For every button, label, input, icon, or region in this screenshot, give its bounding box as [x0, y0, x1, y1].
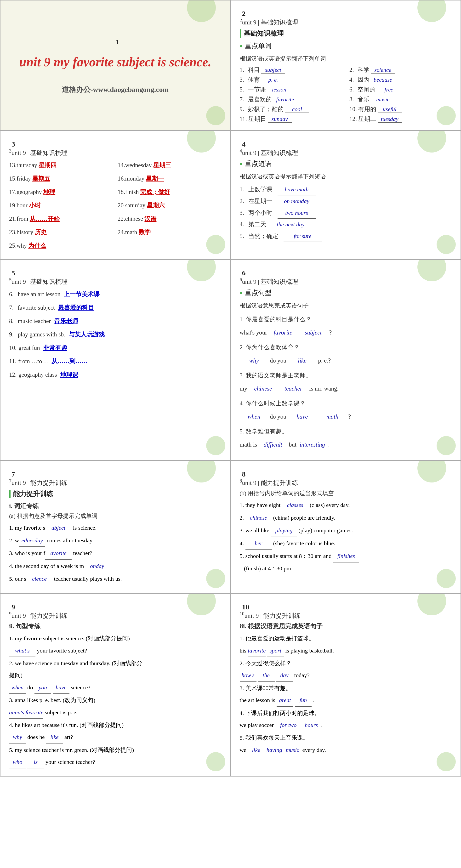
- c7-bar-line: [9, 490, 10, 498]
- list-item: 2.在星期一 on monday: [240, 195, 452, 207]
- c7-unit-header: 7unit 9 | 能力提升训练: [9, 478, 221, 487]
- cell-9-number: 9: [11, 603, 15, 611]
- list-item: 8.music teacher音乐老师: [9, 315, 221, 327]
- list-item: 6.空闲的free: [349, 86, 452, 93]
- c5-vocab-grid: 6.have an art lesson上一节美术课 7.favorite su…: [9, 288, 221, 381]
- c7-subsection: i. 词汇专练: [9, 502, 221, 510]
- website-label: 道格办公-www.daogebangong.com: [62, 85, 169, 95]
- c2-vocab-grid: 1.科目subject 2.科学science 3.体育p. e. 4.因为be…: [240, 66, 452, 123]
- cell-4-number: 4: [242, 140, 246, 148]
- cell-5: 5 5unit 9 | 基础知识梳理 6.have an art lesson上…: [0, 259, 230, 461]
- cell-1-number: 1: [116, 38, 120, 46]
- c7-green-bar: 能力提升训练: [9, 490, 221, 499]
- list-item: 24.math数学: [118, 226, 221, 238]
- list-item: 5. my science teacher is mr. green. (对画线…: [9, 744, 221, 768]
- list-item: 4.第二天 the next day: [240, 219, 452, 230]
- list-item: 1. they have eight classes (class) every…: [240, 499, 452, 511]
- c2-bar-line: [240, 29, 241, 38]
- list-item: 2. 今天过得怎么样？ how's the day today?: [240, 657, 452, 682]
- cell-6: 6 6unit 9 | 基础知识梳理 重点句型 根据汉语意思完成英语句子 1. …: [230, 259, 461, 461]
- c6-unit-header: 6unit 9 | 基础知识梳理: [240, 277, 452, 286]
- list-item: 5. 我们喜欢每天上音乐课。 we like having music ever…: [240, 732, 452, 756]
- cell-2-number: 2: [242, 9, 246, 18]
- c9-subsection: ii. 句型专练: [9, 622, 221, 630]
- c2-unit-header: 2unit 9 | 基础知识梳理: [240, 18, 452, 27]
- c6-instruction: 根据汉语意思完成英语句子: [240, 302, 452, 309]
- list-item: 15.friday星期五: [9, 173, 113, 185]
- c2-bar-text: 基础知识梳理: [244, 29, 284, 38]
- list-item: 2. we have science on tuesday and thursd…: [9, 657, 221, 694]
- cell-8: 8 8unit 9 | 能力提升训练 (b) 用括号内所给单词的适当形式填空 1…: [230, 461, 461, 593]
- list-item: 10.great fun非常有趣: [9, 342, 221, 354]
- main-grid: 1 unit 9 my favorite subject is science.…: [0, 0, 461, 777]
- c4-phrase-list: 1.上数学课 have math 2.在星期一 on monday 3.两个小时…: [240, 184, 452, 242]
- list-item: 1. 你最喜爱的科目是什么？ what's your favorite subj…: [240, 313, 452, 339]
- list-item: 2. 你为什么喜欢体育？ why do you like p. e.?: [240, 341, 452, 367]
- list-item: 1.科目subject: [240, 66, 342, 74]
- c10-unit-header: 10unit 9 | 能力提升训练: [240, 611, 452, 620]
- c8-training-list: 1. they have eight classes (class) every…: [240, 499, 452, 575]
- c2-instruction: 根据汉语或英语提示翻译下列单词: [240, 55, 452, 62]
- list-item: 3.两个小时 two hours: [240, 207, 452, 219]
- c8-part-b: (b) 用括号内所给单词的适当形式填空: [240, 490, 452, 497]
- list-item: 10.有用的useful: [349, 105, 452, 113]
- list-item: 6.have an art lesson上一节美术课: [9, 288, 221, 300]
- list-item: 4.因为because: [349, 76, 452, 84]
- cell-7: 7 7unit 9 | 能力提升训练 能力提升训练 i. 词汇专练 (a) 根据…: [0, 461, 230, 593]
- list-item: 13.thursday星期四: [9, 159, 113, 171]
- c6-section-title: 重点句型: [240, 288, 452, 298]
- c4-instruction: 根据汉语或英语提示翻译下列短语: [240, 173, 452, 180]
- c6-sentence-list: 1. 你最喜爱的科目是什么？ what's your favorite subj…: [240, 313, 452, 452]
- list-item: 3. 我的语文老师是王老师。 my chinese teacher is mr.…: [240, 369, 452, 395]
- list-item: 14.wednesday星期三: [118, 159, 221, 171]
- list-item: 3.体育p. e.: [240, 76, 342, 84]
- list-item: 2.科学science: [349, 66, 452, 74]
- cell-5-number: 5: [11, 269, 15, 277]
- list-item: 12.geography class地理课: [9, 369, 221, 381]
- main-title: unit 9 my favorite subject is science.: [19, 54, 211, 70]
- list-item: 5. 数学难但有趣。 math is difficult but interes…: [240, 425, 452, 452]
- list-item: 25.why为什么: [9, 240, 113, 252]
- list-item: 9.妙极了；酷的cool: [240, 105, 342, 113]
- list-item: 4. 下课后我们打两小时的足球。 we play soccer for two …: [240, 707, 452, 732]
- c3-vocab-grid: 13.thursday星期四 14.wednesday星期三 15.friday…: [9, 159, 221, 252]
- list-item: 19.hour小时: [9, 199, 113, 211]
- list-item: 11.from …to…从……到……: [9, 355, 221, 367]
- list-item: 5. our science teacher usually plays wit…: [9, 573, 221, 585]
- c2-green-bar: 基础知识梳理: [240, 29, 452, 38]
- list-item: 20.saturday星期六: [118, 199, 221, 211]
- c7-bar-text: 能力提升训练: [13, 490, 53, 499]
- list-item: 23.history历史: [9, 226, 113, 238]
- list-item: 1. my favorite subject is science.: [9, 522, 221, 534]
- list-item: 9.play games with sb.与某人玩游戏: [9, 329, 221, 341]
- list-item: 5.当然；确定 for sure: [240, 230, 452, 242]
- list-item: 4. her (she) favorite color is blue.: [240, 537, 452, 550]
- cell-4: 4 4unit 9 | 基础知识梳理 重点短语 根据汉语或英语提示翻译下列短语 …: [230, 130, 461, 259]
- list-item: 4. the second day of a week is monday.: [9, 560, 221, 572]
- list-item: 11.星期日sunday: [240, 115, 342, 123]
- list-item: 1.上数学课 have math: [240, 184, 452, 195]
- cell-3: 3 3unit 9 | 基础知识梳理 13.thursday星期四 14.wed…: [0, 130, 230, 259]
- cell-1: 1 unit 9 my favorite subject is science.…: [0, 0, 230, 130]
- cell-6-number: 6: [242, 269, 246, 277]
- cell-3-number: 3: [11, 140, 15, 148]
- list-item: 2. wednesday comes after tuesday.: [9, 534, 221, 547]
- cell-10-number: 10: [242, 603, 249, 611]
- c7-training-list: 1. my favorite subject is science. 2. we…: [9, 522, 221, 585]
- list-item: 3. anna likes p. e. best. (改为同义句) anna's…: [9, 694, 221, 719]
- list-item: 5. school usually starts at 8：30 am and …: [240, 550, 452, 575]
- list-item: 17.geography地理: [9, 186, 113, 198]
- c8-unit-header: 8unit 9 | 能力提升训练: [240, 478, 452, 487]
- list-item: 7.最喜欢的favorite: [240, 95, 342, 103]
- c9-training-list: 1. my favorite subject is science. (对画线部…: [9, 632, 221, 768]
- list-item: 16.monday星期一: [118, 173, 221, 185]
- c9-unit-header: 9unit 9 | 能力提升训练: [9, 611, 221, 620]
- c4-section-title: 重点短语: [240, 159, 452, 168]
- list-item: 4. he likes art because it's fun. (对画线部分…: [9, 719, 221, 743]
- list-item: 7.favorite subject最喜爱的科目: [9, 302, 221, 314]
- list-item: 22.chinese汉语: [118, 213, 221, 225]
- list-item: 5.一节课lesson: [240, 86, 342, 93]
- c3-unit-header: 3unit 9 | 基础知识梳理: [9, 148, 221, 157]
- cell-8-number: 8: [242, 470, 246, 478]
- list-item: 4. 你什么时候上数学课？ when do you have math ?: [240, 397, 452, 423]
